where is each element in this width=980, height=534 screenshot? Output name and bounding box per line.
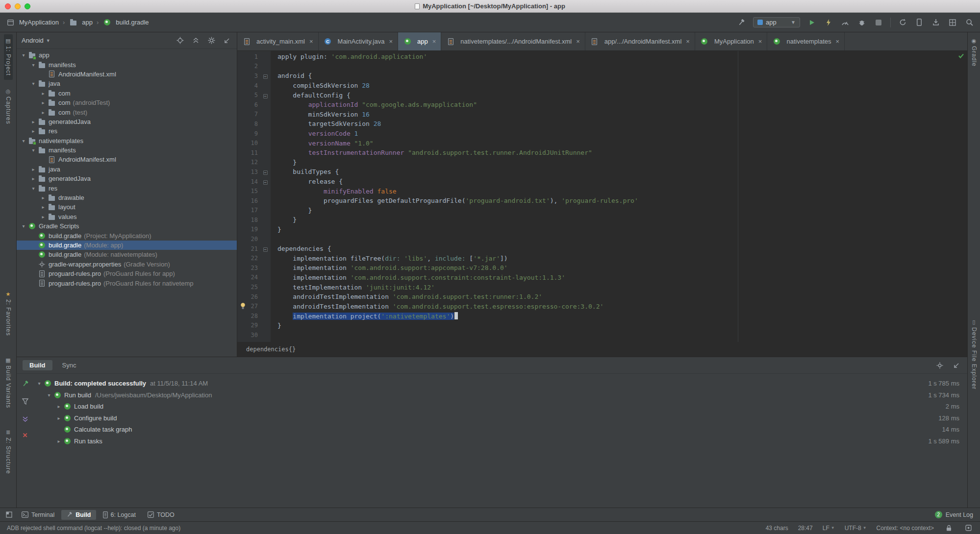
chevron-down-icon[interactable]: ▾ <box>20 223 27 229</box>
inspections-ok-icon[interactable] <box>958 53 964 60</box>
run-button[interactable] <box>807 18 817 27</box>
fold-marker[interactable]: − <box>260 245 271 252</box>
event-log-button[interactable]: 2 Event Log <box>935 511 976 518</box>
chevron-right-icon[interactable]: ▸ <box>55 415 63 421</box>
chevron-down-icon[interactable]: ▾ <box>20 52 27 58</box>
editor-tab-nativetemplates-androidmanifest-xml[interactable]: nativetemplates/.../AndroidManifest.xml× <box>441 32 585 50</box>
chevron-down-icon[interactable]: ▾ <box>29 186 37 191</box>
tree-item-com[interactable]: ▸com(androidTest) <box>17 98 237 107</box>
tool-button-2-favorites[interactable]: ★2: Favorites <box>4 288 13 340</box>
tree-item-res[interactable]: ▸res <box>17 126 237 136</box>
chevron-down-icon[interactable]: ▾ <box>45 392 53 398</box>
sdk-manager-icon[interactable] <box>931 18 941 27</box>
run-config-select[interactable]: app ▼ <box>753 17 800 27</box>
editor-tab-mainactivity-java[interactable]: CMainActivity.java× <box>319 32 398 50</box>
encoding-indicator[interactable]: UTF-8▼ <box>845 525 867 532</box>
chevron-down-icon[interactable]: ▾ <box>20 138 27 144</box>
chevron-right-icon[interactable]: ▸ <box>39 214 47 219</box>
chars-indicator[interactable]: 43 chars <box>766 525 788 532</box>
search-everywhere-icon[interactable] <box>964 18 974 27</box>
close-icon[interactable]: × <box>432 38 436 45</box>
chevron-down-icon[interactable]: ▾ <box>29 147 37 153</box>
tree-item-app[interactable]: ▾app <box>17 50 237 60</box>
editor-tab-app[interactable]: app× <box>398 32 441 50</box>
build-row-run-build[interactable]: ▾Run build/Users/jweisbaum/Desktop/MyApp… <box>33 389 967 401</box>
fold-marker[interactable]: − <box>260 72 271 79</box>
tool-button-z-structure[interactable]: ≣Z: Structure <box>4 426 13 478</box>
avd-manager-icon[interactable] <box>914 18 924 27</box>
close-icon[interactable]: × <box>576 38 580 45</box>
build-row-configure-build[interactable]: ▸Configure build128 ms <box>33 413 967 424</box>
close-icon[interactable]: × <box>758 38 762 45</box>
tool-window-button-terminal[interactable]: Terminal <box>17 510 59 520</box>
intention-bulb-icon[interactable] <box>240 302 246 311</box>
inspections-profile-icon[interactable] <box>963 523 973 533</box>
chevron-right-icon[interactable]: ▸ <box>39 100 47 105</box>
tree-item-gradle-wrapper-properties[interactable]: gradle-wrapper.properties(Gradle Version… <box>17 260 237 269</box>
breadcrumb-item-app[interactable]: app <box>69 19 93 26</box>
tree-item-values[interactable]: ▸values <box>17 212 237 221</box>
minimize-window-button[interactable] <box>15 3 21 9</box>
stop-icon[interactable] <box>874 18 883 27</box>
layout-inspector-icon[interactable] <box>948 18 957 27</box>
debug-icon[interactable] <box>857 18 867 27</box>
tree-item-res[interactable]: ▾res <box>17 183 237 193</box>
chevron-down-icon[interactable]: ▾ <box>29 62 37 68</box>
chevron-right-icon[interactable]: ▸ <box>55 404 63 409</box>
gear-icon[interactable] <box>935 361 945 370</box>
sync-gradle-icon[interactable] <box>898 18 907 27</box>
chevron-right-icon[interactable]: ▸ <box>29 176 37 181</box>
locate-file-icon[interactable] <box>175 36 185 46</box>
tool-window-button-todo[interactable]: TODO <box>143 510 179 520</box>
tree-item-androidmanifest-xml[interactable]: AndroidManifest.xml <box>17 70 237 79</box>
tree-item-generatedjava[interactable]: ▸generatedJava <box>17 174 237 183</box>
tree-item-gradle-scripts[interactable]: ▾Gradle Scripts <box>17 221 237 231</box>
build-row-build-completed-successfully[interactable]: ▾Build: completed successfullyat 11/5/18… <box>33 378 967 389</box>
rerun-build-icon[interactable] <box>20 379 30 388</box>
chevron-right-icon[interactable]: ▸ <box>39 204 47 210</box>
tool-button-captures[interactable]: ◎Captures <box>4 85 13 128</box>
build-row-load-build[interactable]: ▸Load build2 ms <box>33 401 967 413</box>
chevron-right-icon[interactable]: ▸ <box>29 128 37 134</box>
project-view-selector[interactable]: Android ▼ <box>22 37 50 44</box>
close-icon[interactable]: × <box>389 38 393 45</box>
tree-item-com[interactable]: ▸com <box>17 89 237 98</box>
hide-panel-icon[interactable] <box>222 36 232 46</box>
close-window-button[interactable] <box>5 3 11 9</box>
tool-window-switcher-icon[interactable] <box>4 510 14 520</box>
tool-window-button-6-logcat[interactable]: 6: Logcat <box>98 510 141 520</box>
tree-item-proguard-rules-pro[interactable]: proguard-rules.pro(ProGuard Rules for ap… <box>17 269 237 278</box>
tree-item-androidmanifest-xml[interactable]: AndroidManifest.xml <box>17 155 237 164</box>
tree-item-java[interactable]: ▸java <box>17 165 237 174</box>
apply-changes-icon[interactable] <box>824 18 833 27</box>
tool-button-1-project[interactable]: ▤1: Project <box>4 34 13 80</box>
close-icon[interactable]: ✕ <box>23 432 28 439</box>
lock-icon[interactable] <box>944 523 954 533</box>
caret-position-indicator[interactable]: 28:47 <box>798 525 813 532</box>
profile-icon[interactable] <box>840 18 850 27</box>
chevron-right-icon[interactable]: ▸ <box>29 167 37 172</box>
tree-item-build-gradle[interactable]: build.gradle(Module: nativetemplates) <box>17 250 237 259</box>
chevron-right-icon[interactable]: ▸ <box>39 195 47 200</box>
chevron-right-icon[interactable]: ▸ <box>39 110 47 115</box>
editor-breadcrumb[interactable]: dependencies{} <box>237 342 967 357</box>
collapse-all-icon[interactable] <box>191 36 201 46</box>
expand-all-icon[interactable] <box>20 414 30 424</box>
breadcrumb-element[interactable]: dependencies{} <box>246 346 296 353</box>
tree-item-build-gradle[interactable]: build.gradle(Module: app) <box>17 241 237 250</box>
line-separator-indicator[interactable]: LF▼ <box>823 525 835 532</box>
close-icon[interactable]: × <box>309 38 313 45</box>
build-tab-build[interactable]: Build <box>23 360 52 370</box>
editor-tab-activity-main-xml[interactable]: activity_main.xml× <box>237 32 319 50</box>
context-indicator[interactable]: Context: <no context> <box>877 525 934 532</box>
fold-marker[interactable]: − <box>260 178 271 185</box>
code-editor[interactable]: 1apply plugin: 'com.android.application'… <box>237 51 967 342</box>
tree-item-manifests[interactable]: ▾manifests <box>17 60 237 69</box>
build-row-run-tasks[interactable]: ▸Run tasks1 s 589 ms <box>33 436 967 447</box>
fold-marker[interactable]: − <box>260 92 271 99</box>
tree-item-build-gradle[interactable]: build.gradle(Project: MyApplication) <box>17 231 237 240</box>
breadcrumb-item-build-gradle[interactable]: build.gradle <box>102 19 149 26</box>
tree-item-generatedjava[interactable]: ▸generatedJava <box>17 117 237 126</box>
tool-button-gradle[interactable]: ◉Gradle <box>970 34 979 71</box>
close-icon[interactable]: × <box>836 38 840 45</box>
